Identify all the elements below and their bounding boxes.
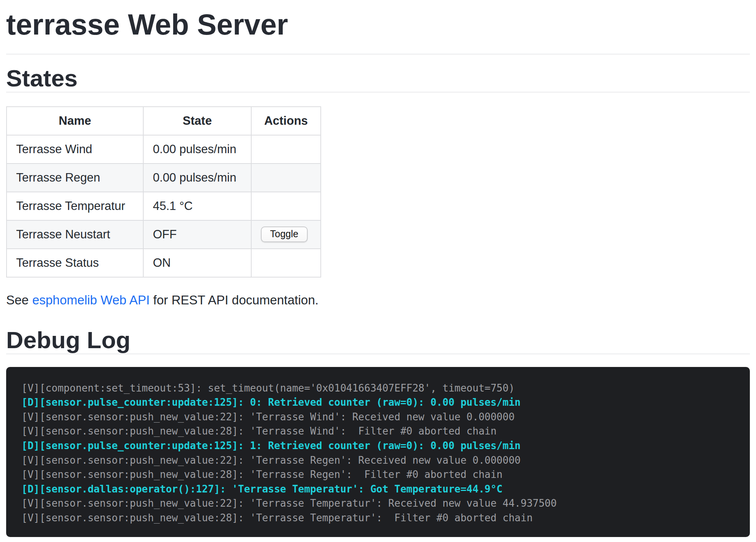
state-actions-cell (251, 164, 321, 192)
state-name-cell: Terrasse Status (7, 249, 143, 277)
state-name-cell: Terrasse Wind (7, 135, 143, 164)
log-line: [V][sensor.sensor:push_new_value:28]: 'T… (22, 424, 734, 439)
table-row: Terrasse Temperatur45.1 °C (7, 192, 321, 220)
log-line: [V][sensor.sensor:push_new_value:22]: 'T… (22, 453, 734, 468)
state-value-cell: 0.00 pulses/min (143, 135, 251, 164)
log-line: [D][sensor.pulse_counter:update:125]: 1:… (22, 439, 734, 453)
column-header-state: State (143, 107, 251, 135)
state-name-cell: Terrasse Temperatur (7, 192, 143, 220)
debug-divider (6, 354, 750, 354)
state-name-cell: Terrasse Regen (7, 164, 143, 192)
debug-log-heading: Debug Log (6, 328, 750, 352)
log-line: [V][sensor.sensor:push_new_value:28]: 'T… (22, 468, 734, 482)
log-line: [V][sensor.sensor:push_new_value:28]: 'T… (22, 511, 734, 525)
debug-log-console: [V][component:set_timeout:53]: set_timeo… (6, 367, 750, 537)
page-title: terrasse Web Server (6, 8, 750, 41)
states-table: Name State Actions Terrasse Wind0.00 pul… (6, 106, 321, 278)
state-actions-cell: Toggle (251, 220, 321, 249)
log-line: [D][sensor.dallas:operator():127]: 'Terr… (22, 482, 734, 497)
column-header-actions: Actions (251, 107, 321, 135)
esphomelib-web-api-link[interactable]: esphomelib Web API (32, 293, 150, 307)
log-line: [V][component:set_timeout:53]: set_timeo… (22, 381, 734, 396)
state-value-cell: 45.1 °C (143, 192, 251, 220)
toggle-button[interactable]: Toggle (261, 226, 308, 242)
table-row: Terrasse Regen0.00 pulses/min (7, 164, 321, 192)
state-actions-cell (251, 249, 321, 277)
table-row: Terrasse StatusON (7, 249, 321, 277)
states-heading: States (6, 66, 750, 90)
state-actions-cell (251, 135, 321, 164)
api-note: See esphomelib Web API for REST API docu… (6, 293, 750, 307)
states-table-body: Terrasse Wind0.00 pulses/minTerrasse Reg… (7, 135, 321, 277)
log-line: [V][sensor.sensor:push_new_value:22]: 'T… (22, 410, 734, 425)
api-note-prefix: See (6, 293, 32, 307)
api-note-suffix: for REST API documentation. (150, 293, 319, 307)
column-header-name: Name (7, 107, 143, 135)
table-header-row: Name State Actions (7, 107, 321, 135)
log-line: [D][sensor.pulse_counter:update:125]: 0:… (22, 395, 734, 410)
state-name-cell: Terrasse Neustart (7, 220, 143, 249)
state-value-cell: ON (143, 249, 251, 277)
state-value-cell: 0.00 pulses/min (143, 164, 251, 192)
state-value-cell: OFF (143, 220, 251, 249)
log-line: [V][sensor.sensor:push_new_value:22]: 'T… (22, 496, 734, 511)
states-table-head: Name State Actions (7, 107, 321, 135)
table-row: Terrasse NeustartOFFToggle (7, 220, 321, 249)
states-divider (6, 92, 750, 93)
table-row: Terrasse Wind0.00 pulses/min (7, 135, 321, 164)
state-actions-cell (251, 192, 321, 220)
title-divider (6, 54, 750, 55)
